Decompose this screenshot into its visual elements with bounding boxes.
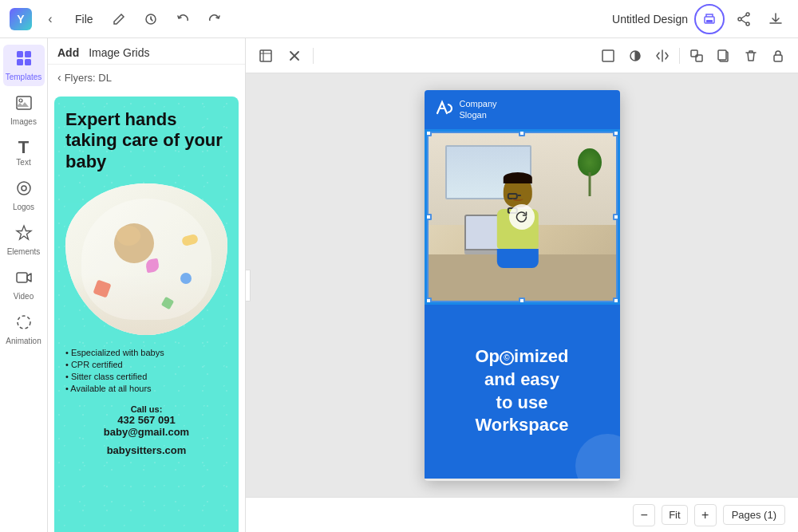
main-area: Templates Images T Text Logos Elements <box>0 38 798 532</box>
svg-rect-17 <box>260 50 271 61</box>
document-title: Untitled Design <box>612 13 688 26</box>
design-card[interactable]: CompanySlogan <box>425 90 620 481</box>
edit-icon-button[interactable] <box>106 6 132 32</box>
svg-point-4 <box>746 22 749 26</box>
logos-label: Logos <box>13 203 34 211</box>
contrast-tool-button[interactable] <box>623 44 647 68</box>
copy-tool-button[interactable] <box>712 44 736 68</box>
file-menu-button[interactable]: File <box>69 10 100 29</box>
svg-point-5 <box>738 18 741 21</box>
sidebar-item-elements[interactable]: Elements <box>3 219 45 261</box>
topbar: Y ‹ File Untitled Design <box>0 0 798 38</box>
svg-point-13 <box>22 186 26 191</box>
breadcrumb-back-arrow[interactable]: ‹ <box>57 71 61 84</box>
svg-point-11 <box>19 99 22 102</box>
design-card-logo-icon <box>434 98 453 121</box>
print-button[interactable] <box>694 4 725 34</box>
frame-tool-button[interactable] <box>596 44 620 68</box>
canvas-toolbar <box>246 38 798 73</box>
canvas-content[interactable]: CompanySlogan <box>246 73 798 497</box>
bottom-bar: − Fit + Pages (1) <box>246 497 798 532</box>
crop-tool-button[interactable] <box>254 44 278 68</box>
panel-collapse-handle[interactable]: ‹ <box>246 270 251 301</box>
svg-rect-10 <box>17 97 31 109</box>
templates-icon <box>15 49 33 71</box>
breadcrumb-text: Flyers: DL <box>65 72 112 84</box>
sidebar-icons: Templates Images T Text Logos Elements <box>0 38 48 532</box>
svg-rect-24 <box>774 55 782 61</box>
svg-rect-18 <box>602 50 614 61</box>
sidebar-item-animation[interactable]: Animation <box>3 309 45 350</box>
video-label: Video <box>14 292 34 301</box>
templates-panel: Add Image Grids ‹ Flyers: DL Expert hand… <box>48 38 246 532</box>
close-tool-button[interactable] <box>282 44 306 68</box>
copyright-circle-icon: © <box>500 351 514 365</box>
elements-icon <box>15 224 33 246</box>
svg-rect-23 <box>718 50 726 60</box>
sidebar-item-text[interactable]: T Text <box>3 134 45 171</box>
sidebar-item-templates[interactable]: Templates <box>3 45 45 86</box>
svg-rect-6 <box>17 51 23 57</box>
sidebar-item-logos[interactable]: Logos <box>3 175 45 216</box>
plant <box>578 148 602 196</box>
share-button[interactable] <box>731 6 757 32</box>
images-icon <box>15 94 33 116</box>
template-card-babysitter[interactable]: Expert hands taking care of your baby <box>54 97 239 532</box>
zoom-out-button[interactable]: − <box>633 504 655 526</box>
canvas-area: ‹ <box>246 38 798 532</box>
redo-button[interactable] <box>202 6 227 32</box>
svg-rect-8 <box>17 59 23 65</box>
design-card-company: CompanySlogan <box>460 98 497 121</box>
images-label: Images <box>10 117 37 126</box>
svg-rect-15 <box>17 273 27 282</box>
template-card-inner: Expert hands taking care of your baby <box>54 97 239 532</box>
toolbar-divider-2 <box>679 48 680 64</box>
svg-rect-7 <box>25 51 31 57</box>
svg-point-12 <box>18 182 30 195</box>
template-card-image <box>65 183 227 335</box>
design-card-headline: Op©imizedand easyto useWorkspace <box>475 345 568 436</box>
flip-tool-button[interactable] <box>650 44 674 68</box>
design-card-image[interactable] <box>425 129 620 305</box>
svg-point-3 <box>746 13 749 16</box>
undo-button[interactable] <box>170 6 196 32</box>
lock-tool-button[interactable] <box>766 44 790 68</box>
templates-label: Templates <box>6 73 42 81</box>
sidebar-item-images[interactable]: Images <box>3 89 45 131</box>
toolbar-divider-1 <box>313 48 314 64</box>
trash-tool-button[interactable] <box>739 44 763 68</box>
sidebar-item-video[interactable]: Video <box>3 264 45 305</box>
position-tool-button[interactable] <box>685 44 709 68</box>
pages-button[interactable]: Pages (1) <box>723 505 785 525</box>
panel-content: Expert hands taking care of your baby <box>48 90 245 532</box>
design-card-header: CompanySlogan <box>425 90 620 129</box>
app-logo: Y <box>10 8 32 30</box>
svg-point-16 <box>18 316 30 329</box>
design-card-body: Op©imizedand easyto useWorkspace <box>425 305 620 479</box>
svg-marker-14 <box>17 226 31 239</box>
svg-rect-9 <box>25 59 31 65</box>
back-button[interactable]: ‹ <box>38 7 62 31</box>
text-icon: T <box>18 139 29 156</box>
history-icon-button[interactable] <box>138 6 164 32</box>
video-icon <box>15 269 33 290</box>
breadcrumb: ‹ Flyers: DL <box>48 65 245 90</box>
canvas-right-tools <box>596 44 790 68</box>
logos-icon <box>15 179 33 201</box>
svg-rect-2 <box>706 20 713 22</box>
animation-icon <box>15 313 33 335</box>
zoom-in-button[interactable]: + <box>694 504 717 526</box>
animation-label: Animation <box>6 337 41 345</box>
elements-label: Elements <box>7 247 41 256</box>
download-button[interactable] <box>763 6 788 32</box>
panel-header: Add Image Grids <box>48 38 245 65</box>
image-grids-tab-button[interactable]: Image Grids <box>89 46 149 59</box>
text-label: Text <box>16 158 30 167</box>
rotation-icon[interactable] <box>509 204 535 230</box>
add-tab-button[interactable]: Add <box>57 46 79 59</box>
zoom-fit-button[interactable]: Fit <box>662 505 687 525</box>
